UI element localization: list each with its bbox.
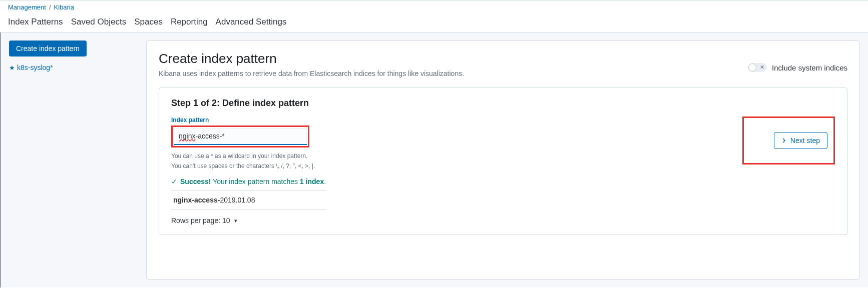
- rows-per-page-selector[interactable]: Rows per page: 10 ▾: [171, 216, 326, 224]
- success-mid: Your index pattern matches: [211, 178, 299, 186]
- help-text-wildcard: You can use a * as a wildcard in your in…: [171, 152, 326, 160]
- match-list: nginx-access-2019.01.08: [171, 190, 326, 210]
- help-text-chars: You can't use spaces or the characters \…: [171, 162, 326, 170]
- highlight-next-box: Next step: [742, 116, 835, 164]
- index-pattern-input[interactable]: nginx-access-*: [174, 128, 307, 145]
- management-tabs: Index Patterns Saved Objects Spaces Repo…: [8, 13, 860, 32]
- sidebar: Create index pattern ★ k8s-syslog*: [1, 32, 146, 288]
- step-panel: Step 1 of 2: Define index pattern Index …: [159, 88, 847, 235]
- highlight-input-box: nginx-access-*: [171, 126, 309, 148]
- sidebar-item-k8s-syslog[interactable]: ★ k8s-syslog*: [9, 64, 138, 72]
- input-value-prefix: nginx: [179, 132, 195, 140]
- main-panel: Create index pattern Kibana uses index p…: [146, 40, 860, 280]
- tab-advanced-settings[interactable]: Advanced Settings: [216, 13, 287, 32]
- create-index-pattern-button[interactable]: Create index pattern: [9, 40, 87, 56]
- include-system-indices-label: Include system indices: [772, 64, 847, 72]
- next-step-label: Next step: [790, 136, 820, 144]
- tab-index-patterns[interactable]: Index Patterns: [8, 13, 63, 32]
- switch-knob: [748, 64, 756, 72]
- index-pattern-field-label: Index pattern: [171, 116, 326, 124]
- success-prefix: Success!: [180, 178, 211, 186]
- chevron-down-icon: ▾: [234, 218, 237, 224]
- tab-spaces[interactable]: Spaces: [134, 13, 163, 32]
- success-bold: 1 index: [300, 178, 324, 186]
- page-title: Create index pattern: [159, 51, 464, 66]
- tab-saved-objects[interactable]: Saved Objects: [71, 13, 127, 32]
- include-system-indices-toggle[interactable]: ✕: [748, 63, 767, 72]
- match-suffix: 2019.01.08: [220, 196, 255, 204]
- match-prefix: nginx-access-: [173, 196, 220, 204]
- input-value-suffix: -access-*: [195, 132, 224, 140]
- chevron-right-icon: [781, 136, 786, 144]
- next-step-button[interactable]: Next step: [774, 132, 827, 149]
- page-description: Kibana uses index patterns to retrieve d…: [159, 70, 464, 78]
- breadcrumb: Management / Kibana: [8, 0, 860, 13]
- sidebar-item-label: k8s-syslog*: [17, 64, 53, 72]
- close-icon: ✕: [760, 64, 764, 70]
- match-item: nginx-access-2019.01.08: [171, 190, 326, 210]
- breadcrumb-separator: /: [49, 4, 51, 11]
- step-title: Step 1 of 2: Define index pattern: [171, 98, 835, 108]
- success-suffix: .: [324, 178, 326, 186]
- tab-reporting[interactable]: Reporting: [171, 13, 208, 32]
- check-icon: ✓: [171, 178, 177, 186]
- success-message: ✓ Success! Your index pattern matches 1 …: [171, 178, 326, 186]
- rows-per-page-label: Rows per page: 10: [171, 216, 230, 224]
- star-icon: ★: [9, 64, 15, 72]
- breadcrumb-current[interactable]: Kibana: [54, 4, 74, 11]
- breadcrumb-parent[interactable]: Management: [8, 4, 46, 11]
